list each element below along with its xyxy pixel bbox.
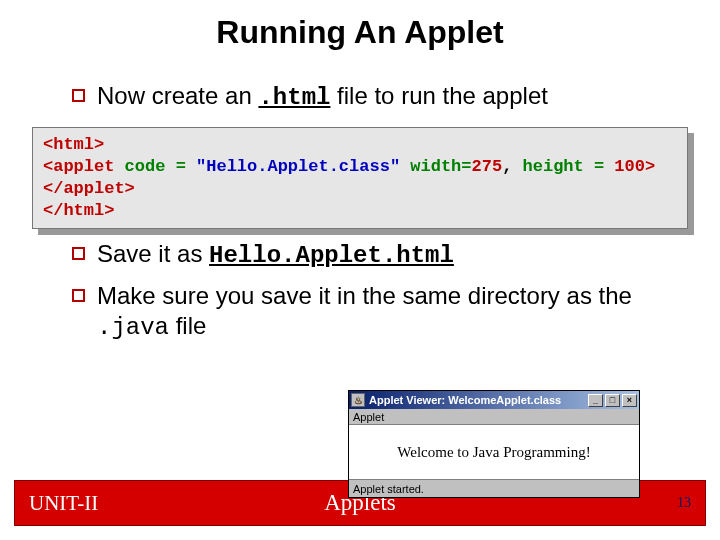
code-attr: width= [400, 157, 471, 176]
applet-viewer-window: Applet Viewer: WelcomeApplet.class _ □ ×… [348, 390, 640, 498]
bullet-1-text: Now create an .html file to run the appl… [97, 81, 548, 113]
page-number: 13 [677, 495, 691, 511]
menu-bar[interactable]: Applet [349, 409, 639, 425]
code-inline: Hello.Applet.html [209, 242, 454, 269]
status-bar: Applet started. [349, 479, 639, 497]
bullet-3-text: Make sure you save it in the same direct… [97, 281, 677, 343]
bullet-1: Now create an .html file to run the appl… [72, 81, 692, 113]
maximize-button[interactable]: □ [605, 394, 620, 407]
code-tag: <html> [43, 135, 104, 154]
bullet-3: Make sure you save it in the same direct… [72, 281, 692, 343]
titlebar: Applet Viewer: WelcomeApplet.class _ □ × [349, 391, 639, 409]
bullet-icon [72, 247, 85, 260]
code-tag: <applet [43, 157, 114, 176]
code-string: "Hello.Applet.class" [196, 157, 400, 176]
window-title: Applet Viewer: WelcomeApplet.class [369, 394, 561, 406]
slide: Running An Applet Now create an .html fi… [0, 0, 720, 540]
text: file [169, 312, 206, 339]
footer-left: UNIT-II [29, 491, 98, 516]
bullet-2-text: Save it as Hello.Applet.html [97, 239, 454, 271]
code-attr: code = [114, 157, 196, 176]
code-inline: .html [258, 84, 330, 111]
bullet-2: Save it as Hello.Applet.html [72, 239, 692, 271]
applet-body: Welcome to Java Programming! [349, 425, 639, 479]
code-text: , [502, 157, 522, 176]
text: Now create an [97, 82, 258, 109]
close-button[interactable]: × [622, 394, 637, 407]
code-number: 275 [472, 157, 503, 176]
code-tag: </applet> [43, 179, 135, 198]
java-icon [351, 393, 365, 407]
code-tag: > [645, 157, 655, 176]
bullet-icon [72, 89, 85, 102]
text: Make sure you save it in the same direct… [97, 282, 632, 309]
code-inline: .java [97, 314, 169, 341]
code-block: <html> <applet code = "Hello.Applet.clas… [32, 127, 688, 229]
code-number: 100 [614, 157, 645, 176]
slide-title: Running An Applet [28, 14, 692, 51]
code-block-body: <html> <applet code = "Hello.Applet.clas… [32, 127, 688, 229]
bullet-icon [72, 289, 85, 302]
text: file to run the applet [330, 82, 547, 109]
code-tag: </html> [43, 201, 114, 220]
minimize-button[interactable]: _ [588, 394, 603, 407]
text: Save it as [97, 240, 209, 267]
code-attr: height = [523, 157, 615, 176]
